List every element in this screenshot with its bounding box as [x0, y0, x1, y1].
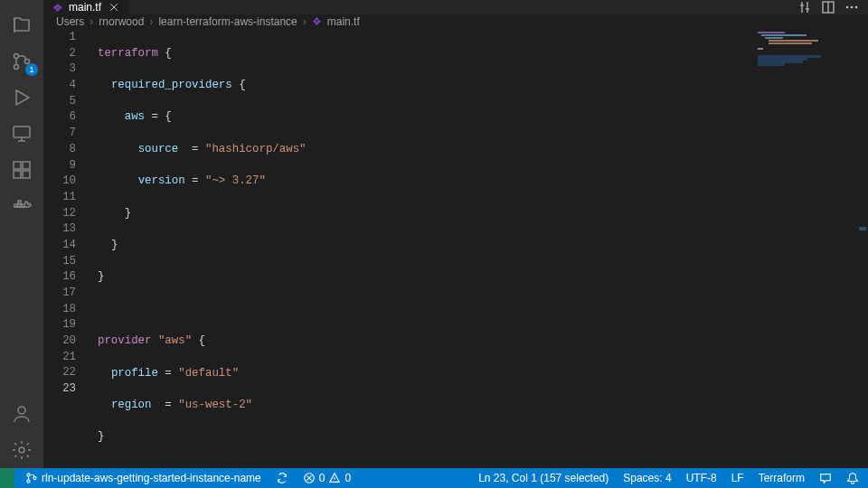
svg-point-17 — [855, 6, 858, 9]
chevron-right-icon: › — [303, 15, 307, 28]
language-label: Terraform — [759, 472, 805, 484]
editor-group: ❖ main.tf Users › rnorwood › lear — [43, 0, 868, 468]
svg-rect-7 — [23, 171, 30, 178]
extensions-icon[interactable] — [0, 152, 43, 188]
problems-status[interactable]: 0 0 — [299, 468, 354, 488]
svg-point-18 — [27, 474, 30, 476]
scm-badge: 1 — [25, 63, 38, 76]
code-token: "~> 3.27" — [205, 174, 266, 187]
code-token: } — [98, 270, 104, 283]
code-token: profile — [111, 367, 158, 380]
more-actions-icon[interactable] — [844, 0, 859, 14]
breadcrumb-segment[interactable]: learn-terraform-aws-instance — [158, 15, 297, 28]
chevron-right-icon: › — [90, 15, 93, 28]
code-token: aws — [125, 110, 145, 123]
chevron-right-icon: › — [149, 15, 153, 28]
cursor-position-label: Ln 23, Col 1 (157 selected) — [478, 472, 609, 484]
svg-rect-3 — [14, 127, 30, 137]
code-token: terraform — [98, 47, 158, 60]
code-token: } — [125, 207, 131, 220]
remote-explorer-icon[interactable] — [0, 116, 43, 152]
code-token: = { — [145, 110, 172, 123]
line-number-gutter: 12345 678910 1112131415 1617181920 21222… — [43, 28, 89, 468]
svg-point-15 — [846, 6, 849, 9]
svg-rect-5 — [23, 162, 30, 169]
code-token: version — [138, 174, 185, 187]
editor-actions — [788, 0, 868, 14]
code-token: = — [178, 143, 205, 155]
split-editor-icon[interactable] — [821, 0, 835, 14]
svg-point-1 — [14, 65, 19, 70]
notifications-icon[interactable] — [843, 468, 863, 488]
docker-icon[interactable] — [0, 188, 43, 224]
sync-status[interactable] — [272, 468, 292, 488]
compare-changes-icon[interactable] — [797, 0, 812, 14]
code-token: } — [111, 239, 118, 251]
terraform-file-icon: ❖ — [312, 15, 322, 28]
tab-bar: ❖ main.tf — [43, 0, 868, 15]
overview-ruler — [857, 28, 868, 468]
code-content[interactable]: terraform { required_providers { aws = {… — [89, 28, 868, 468]
eol-status[interactable]: LF — [728, 468, 748, 488]
breadcrumb-segment[interactable]: Users — [56, 15, 84, 28]
source-control-icon[interactable]: 1 — [0, 43, 43, 80]
warning-count: 0 — [344, 472, 351, 484]
encoding-status[interactable]: UTF-8 — [683, 468, 721, 488]
branch-name: rln-update-aws-getting-started-instance-… — [42, 472, 261, 484]
breadcrumb-segment[interactable]: rnorwood — [99, 15, 144, 28]
svg-rect-6 — [14, 171, 21, 178]
terraform-file-icon: ❖ — [52, 1, 63, 14]
error-count: 0 — [319, 472, 326, 484]
tab-label: main.tf — [69, 1, 101, 14]
indentation-label: Spaces: 4 — [623, 472, 671, 484]
code-token: "default" — [178, 367, 239, 380]
explorer-icon[interactable] — [0, 7, 43, 43]
svg-point-13 — [19, 447, 24, 453]
svg-point-19 — [27, 480, 30, 483]
code-token: source — [138, 143, 179, 155]
breadcrumb[interactable]: Users › rnorwood › learn-terraform-aws-i… — [43, 15, 868, 28]
tab-main-tf[interactable]: ❖ main.tf — [43, 0, 129, 14]
code-token: { — [232, 79, 246, 91]
svg-rect-4 — [14, 162, 21, 169]
svg-point-20 — [33, 476, 36, 479]
code-token: provider — [98, 334, 152, 347]
feedback-icon[interactable] — [816, 468, 835, 488]
run-debug-icon[interactable] — [0, 80, 43, 116]
language-mode[interactable]: Terraform — [755, 468, 808, 488]
cursor-position[interactable]: Ln 23, Col 1 (157 selected) — [475, 468, 612, 488]
breadcrumb-segment[interactable]: main.tf — [327, 15, 360, 28]
code-token: = — [185, 174, 205, 187]
code-token: "aws" — [152, 334, 193, 347]
code-token: { — [192, 334, 205, 347]
close-icon[interactable] — [107, 0, 121, 14]
code-token: { — [158, 47, 172, 60]
code-token: = — [152, 399, 179, 411]
code-token: required_providers — [111, 79, 232, 91]
indentation-status[interactable]: Spaces: 4 — [619, 468, 675, 488]
git-branch-status[interactable]: rln-update-aws-getting-started-instance-… — [22, 468, 265, 488]
svg-point-16 — [851, 6, 854, 9]
code-token: "hashicorp/aws" — [205, 143, 307, 155]
activity-bar: 1 — [0, 0, 43, 468]
svg-point-12 — [18, 407, 25, 414]
encoding-label: UTF-8 — [686, 472, 717, 484]
svg-rect-11 — [18, 201, 21, 203]
settings-gear-icon[interactable] — [0, 432, 43, 468]
code-token: "us-west-2" — [178, 399, 252, 411]
eol-label: LF — [731, 472, 744, 484]
code-token: region — [111, 399, 152, 411]
status-bar: rln-update-aws-getting-started-instance-… — [0, 468, 868, 488]
code-editor[interactable]: 12345 678910 1112131415 1617181920 21222… — [43, 28, 868, 468]
code-token: } — [98, 430, 104, 443]
remote-indicator[interactable] — [0, 468, 14, 488]
svg-point-0 — [14, 54, 19, 59]
code-token: = — [158, 367, 178, 380]
accounts-icon[interactable] — [0, 396, 43, 432]
